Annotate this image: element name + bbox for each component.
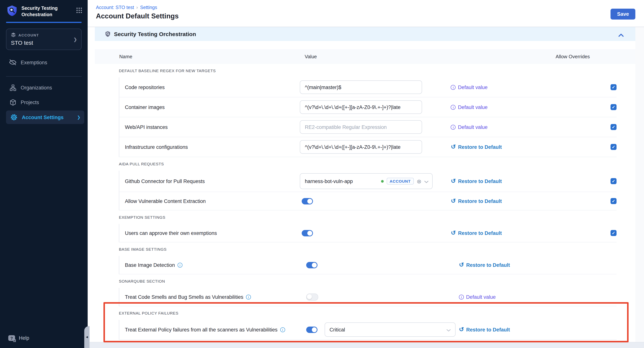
restore-to-default-link[interactable]: ↺ Restore to Default: [451, 178, 502, 184]
allow-override-checkbox[interactable]: ✓: [610, 104, 616, 110]
group-label: DEFAULT BASELINE REGEX FOR NEW TARGETS: [119, 64, 616, 77]
container-images-input[interactable]: [300, 100, 422, 114]
restore-to-default-link[interactable]: ↺ Restore to Default: [451, 144, 502, 150]
toggle-on[interactable]: [306, 327, 318, 333]
restore-to-default-link[interactable]: ↺ Restore to Default: [451, 230, 502, 236]
setting-name: Base Image Detection: [125, 262, 175, 268]
help-chat-icon: ?: [8, 335, 15, 341]
setting-row-github-connector: Github Connector for Pull Requests harne…: [119, 171, 616, 192]
restore-icon: ↺: [451, 198, 456, 204]
info-icon: i: [459, 295, 464, 299]
restore-icon: ↺: [459, 262, 464, 268]
info-icon[interactable]: i: [178, 263, 182, 267]
sidebar-item-organizations[interactable]: Organizations: [0, 80, 88, 95]
action-label: Restore to Default: [466, 262, 510, 268]
action-label: Restore to Default: [458, 178, 502, 184]
panel-header: Security Testing Orchestration: [95, 27, 635, 41]
info-icon[interactable]: i: [280, 327, 285, 332]
breadcrumb-account-link[interactable]: Account: STO test: [96, 5, 134, 10]
layers-icon: [11, 32, 16, 38]
toggle-off[interactable]: [306, 293, 318, 301]
clear-icon[interactable]: ⊗: [417, 178, 422, 184]
action-label: Restore to Default: [458, 144, 502, 150]
sidebar-item-label: Exemptions: [21, 59, 47, 65]
column-header-allow-overrides: Allow Overrides: [556, 54, 590, 59]
shield-icon: [105, 31, 110, 37]
info-icon: i: [451, 105, 456, 110]
sidebar-item-exemptions[interactable]: Exemptions: [0, 55, 88, 69]
allow-override-checkbox[interactable]: ✓: [610, 84, 616, 90]
account-scope-selector[interactable]: ACCOUNT STO test ❯: [6, 28, 82, 50]
app-title: Security Testing Orchestration: [22, 5, 64, 18]
chevron-up-icon[interactable]: [618, 31, 624, 38]
allow-override-checkbox[interactable]: ✓: [610, 124, 616, 130]
setting-name: Treat External Policy failures from all …: [125, 327, 278, 333]
connector-value: harness-bot-vuln-app: [305, 178, 353, 184]
restore-to-default-link[interactable]: ↺ Restore to Default: [459, 327, 510, 333]
toggle-on[interactable]: [302, 230, 313, 236]
check-icon: ✓: [612, 199, 615, 204]
infrastructure-configurations-input[interactable]: [300, 140, 422, 154]
action-label: Default value: [458, 84, 488, 90]
setting-name: Code repositories: [125, 84, 300, 90]
connector-status-dot: [381, 180, 384, 182]
setting-name: Github Connector for Pull Requests: [125, 178, 300, 184]
eye-off-icon: [9, 59, 16, 66]
setting-row-code-repositories: Code repositories i Default value ✓: [119, 77, 616, 97]
restore-icon: ↺: [451, 230, 456, 236]
default-value-link[interactable]: i Default value: [451, 104, 488, 110]
sidebar-item-projects[interactable]: Projects: [0, 95, 88, 110]
app-logo-shield-icon: [6, 5, 18, 18]
right-gutter: [635, 27, 644, 342]
cube-icon: [9, 99, 16, 106]
account-name: STO test: [11, 39, 77, 46]
breadcrumb-settings-link[interactable]: Settings: [140, 5, 157, 10]
setting-row-treat-code-smells: Treat Code Smells and Bug Smells as Vuln…: [119, 288, 616, 306]
toggle-on[interactable]: [306, 262, 318, 268]
breadcrumb-separator-icon: ›: [136, 4, 138, 10]
setting-name: Container images: [125, 104, 300, 110]
severity-select[interactable]: Critical: [325, 323, 456, 337]
setting-name: Allow Vulnerable Content Extraction: [125, 198, 300, 204]
setting-row-treat-external-policy-failures: Treat External Policy failures from all …: [119, 320, 616, 340]
web-api-instances-input[interactable]: [300, 120, 422, 134]
allow-override-checkbox[interactable]: ✓: [610, 198, 616, 204]
table-header: Name Value Allow Overrides: [95, 49, 635, 64]
setting-name: Users can approve their own exemptions: [125, 230, 300, 236]
info-icon[interactable]: i: [246, 295, 251, 299]
restore-to-default-link[interactable]: ↺ Restore to Default: [459, 262, 510, 268]
chevron-down-icon: [446, 327, 451, 333]
module-accent-rule: [6, 22, 82, 23]
check-icon: ✓: [612, 144, 615, 149]
app-grid-icon[interactable]: [76, 7, 82, 15]
action-label: Restore to Default: [458, 198, 502, 204]
setting-name: Treat Code Smells and Bug Smells as Vuln…: [125, 294, 244, 300]
setting-row-users-approve-own-exemptions: Users can approve their own exemptions ↺…: [119, 224, 616, 242]
save-button[interactable]: Save: [611, 9, 635, 19]
group-label: EXEMPTION SETTINGS: [119, 210, 616, 224]
check-icon: ✓: [612, 179, 615, 184]
code-repositories-input[interactable]: [300, 80, 422, 94]
toggle-on[interactable]: [302, 198, 313, 204]
severity-value: Critical: [330, 327, 345, 333]
gear-icon: [10, 114, 18, 121]
check-icon: ✓: [612, 125, 615, 129]
default-value-link[interactable]: i Default value: [451, 84, 488, 90]
help-button[interactable]: ? Help: [0, 332, 88, 344]
chevron-down-icon[interactable]: [424, 178, 429, 185]
setting-name: Web/API instances: [125, 124, 300, 130]
help-label: Help: [19, 335, 29, 341]
default-value-link[interactable]: i Default value: [459, 294, 496, 300]
setting-name: Infrastructure configurations: [125, 144, 300, 150]
github-connector-select[interactable]: harness-bot-vuln-app ACCOUNT ⊗: [300, 173, 433, 189]
sidebar-item-account-settings[interactable]: Account Settings ❯: [6, 110, 84, 124]
sidebar-collapse-handle[interactable]: ◀: [84, 326, 90, 348]
restore-to-default-link[interactable]: ↺ Restore to Default: [451, 198, 502, 204]
group-label: EXTERNAL POLICY FAILURES: [119, 306, 616, 320]
allow-override-checkbox[interactable]: ✓: [610, 230, 616, 236]
allow-override-checkbox[interactable]: ✓: [610, 144, 616, 150]
setting-row-web-api-instances: Web/API instances i Default value ✓: [119, 117, 616, 137]
settings-rows: DEFAULT BASELINE REGEX FOR NEW TARGETS C…: [119, 64, 616, 340]
allow-override-checkbox[interactable]: ✓: [610, 178, 616, 184]
default-value-link[interactable]: i Default value: [451, 124, 488, 130]
